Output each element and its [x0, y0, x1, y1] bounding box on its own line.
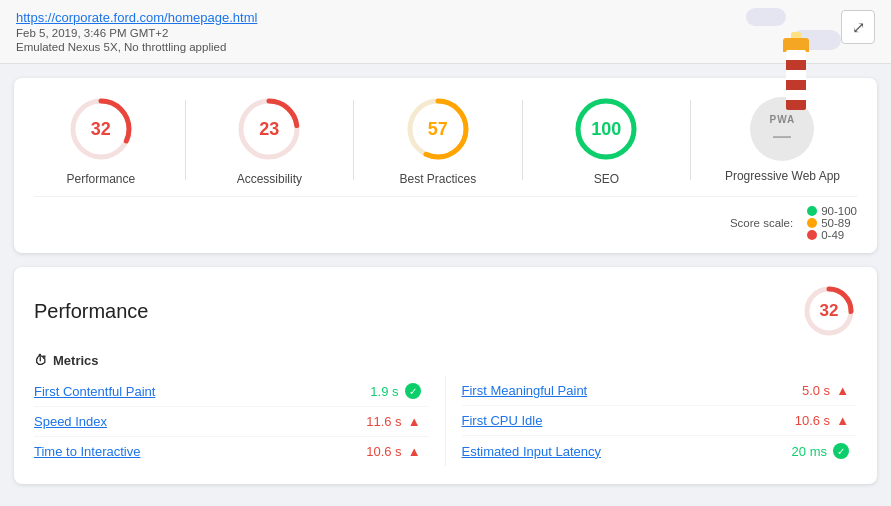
pwa-label: PWA [770, 114, 796, 125]
metric-row: Speed Index 11.6 s ▲ [34, 407, 429, 437]
metrics-grid: First Contentful Paint 1.9 s ✓ Speed Ind… [34, 376, 857, 466]
scan-date: Feb 5, 2019, 3:46 PM GMT+2 [16, 27, 257, 39]
metric-name[interactable]: First Contentful Paint [34, 384, 155, 399]
scale-label: Score scale: [730, 217, 793, 229]
warn-icon: ▲ [836, 413, 849, 428]
metric-name[interactable]: First CPU Idle [462, 413, 543, 428]
gauge-wrap: 32 [66, 94, 136, 164]
legend-label: 90-100 [821, 205, 857, 217]
legend-item: 50-89 [807, 217, 857, 229]
performance-section: Performance 32 ⏱ Metrics First Contentfu… [14, 267, 877, 484]
pwa-dash: — [773, 127, 792, 145]
top-bar: https://corporate.ford.com/homepage.html… [0, 0, 891, 64]
metric-row: First Meaningful Paint 5.0 s ▲ [462, 376, 858, 406]
gauge-wrap: 57 [403, 94, 473, 164]
legend-dot [807, 218, 817, 228]
legend-dot [807, 230, 817, 240]
metrics-left-col: First Contentful Paint 1.9 s ✓ Speed Ind… [34, 376, 446, 466]
gauge-value: 57 [428, 119, 448, 140]
gauge-value: 23 [259, 119, 279, 140]
score-item-best-practices[interactable]: 57 Best Practices [388, 94, 488, 186]
scores-row: 32 Performance 23 Accessibility 57 Best … [34, 94, 857, 186]
legend-label: 0-49 [821, 229, 844, 241]
metric-value: 10.6 s ▲ [795, 413, 849, 428]
score-item-accessibility[interactable]: 23 Accessibility [219, 94, 319, 186]
warn-icon: ▲ [408, 444, 421, 459]
perf-score-value: 32 [820, 301, 839, 321]
metric-row: First Contentful Paint 1.9 s ✓ [34, 376, 429, 407]
metric-row: Estimated Input Latency 20 ms ✓ [462, 436, 858, 466]
metric-row: Time to Interactive 10.6 s ▲ [34, 437, 429, 466]
legend-item: 0-49 [807, 229, 857, 241]
metric-name[interactable]: Estimated Input Latency [462, 444, 601, 459]
share-button[interactable]: ⤢ [841, 10, 875, 44]
metric-value: 11.6 s ▲ [366, 414, 420, 429]
metric-value: 20 ms ✓ [792, 443, 849, 459]
gauge-value: 100 [591, 119, 621, 140]
score-label: SEO [594, 172, 619, 186]
metric-row: First CPU Idle 10.6 s ▲ [462, 406, 858, 436]
metric-name[interactable]: Speed Index [34, 414, 107, 429]
metric-name[interactable]: First Meaningful Paint [462, 383, 588, 398]
score-item-seo[interactable]: 100 SEO [556, 94, 656, 186]
page-url[interactable]: https://corporate.ford.com/homepage.html [16, 10, 257, 25]
gauge-wrap: 100 [571, 94, 641, 164]
performance-title: Performance [34, 300, 149, 323]
timer-icon: ⏱ [34, 353, 47, 368]
warn-icon: ▲ [408, 414, 421, 429]
lighthouse-decoration [756, 0, 836, 110]
warn-icon: ▲ [836, 383, 849, 398]
performance-score-circle: 32 [801, 283, 857, 339]
score-label: Performance [67, 172, 136, 186]
metrics-right-col: First Meaningful Paint 5.0 s ▲ First CPU… [446, 376, 858, 466]
score-legend: Score scale: 90-10050-890-49 [34, 196, 857, 241]
legend-label: 50-89 [821, 217, 850, 229]
metric-value: 10.6 s ▲ [366, 444, 420, 459]
metrics-heading: ⏱ Metrics [34, 353, 857, 368]
score-label: Accessibility [237, 172, 302, 186]
legend-item: 90-100 [807, 205, 857, 217]
check-icon: ✓ [833, 443, 849, 459]
scores-card: 32 Performance 23 Accessibility 57 Best … [14, 78, 877, 253]
metric-value: 5.0 s ▲ [802, 383, 849, 398]
gauge-value: 32 [91, 119, 111, 140]
metric-value: 1.9 s ✓ [370, 383, 420, 399]
score-divider-pwa [690, 100, 691, 180]
legend-dot [807, 206, 817, 216]
metric-name[interactable]: Time to Interactive [34, 444, 140, 459]
score-item-performance[interactable]: 32 Performance [51, 94, 151, 186]
score-divider [185, 100, 186, 180]
check-icon: ✓ [405, 383, 421, 399]
top-bar-info: https://corporate.ford.com/homepage.html… [16, 10, 257, 53]
score-divider [522, 100, 523, 180]
device-info: Emulated Nexus 5X, No throttling applied [16, 41, 257, 53]
score-divider [353, 100, 354, 180]
perf-header: Performance 32 [34, 283, 857, 339]
gauge-wrap: 23 [234, 94, 304, 164]
pwa-score-name: Progressive Web App [725, 169, 840, 183]
score-label: Best Practices [400, 172, 477, 186]
